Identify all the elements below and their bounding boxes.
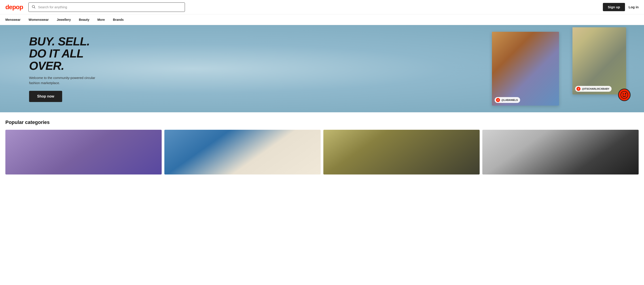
shop-now-button[interactable]: Shop now [29,91,62,102]
hero-text-block: BUY. SELL. DO IT ALL OVER. Welcome to th… [0,35,116,102]
depop-dot-icon-2: d [576,87,580,91]
nav-item-womenswear[interactable]: Womenswear [28,18,49,22]
hero-photo-2-user-tag: d @ITSCHARLIXCXBABY [575,86,612,92]
search-container [28,2,185,12]
hero-section: BUY. SELL. DO IT ALL OVER. Welcome to th… [0,25,644,112]
search-input[interactable] [28,2,185,12]
svg-line-6 [626,93,626,94]
popular-categories-section: Popular categories [0,112,644,174]
category-card-3[interactable] [323,130,480,174]
hero-images: d @LABANIELS d @ITSCHARLIXCXBABY [226,25,644,112]
hero-subtext: Welcome to the community-powered circula… [29,76,105,86]
logo[interactable]: depop [5,4,23,11]
category-card-4[interactable] [482,130,639,174]
login-button[interactable]: Log in [628,5,639,9]
header-actions: Sign up Log in [603,3,639,11]
site-header: depop Sign up Log in [0,0,644,14]
hero-photo-1-user-tag: d @LABANIELS [495,97,520,103]
nav-item-menswear[interactable]: Menswear [5,18,20,22]
category-grid [5,130,639,174]
hero-photo-2: d @ITSCHARLIXCXBABY [572,27,626,94]
depop-dot-icon: d [496,98,500,102]
main-nav: Menswear Womenswear Jewellery Beauty Mor… [0,14,644,25]
nav-item-beauty[interactable]: Beauty [79,18,90,22]
signup-button[interactable]: Sign up [603,3,625,11]
nav-item-jewellery[interactable]: Jewellery [57,18,71,22]
svg-point-3 [623,94,624,95]
nav-item-brands[interactable]: Brands [113,18,124,22]
category-card-2[interactable] [164,130,321,174]
svg-point-2 [621,91,628,98]
hero-headline: BUY. SELL. DO IT ALL OVER. [29,35,107,72]
popular-categories-title: Popular categories [5,120,639,125]
smiley-sticker [618,88,630,101]
nav-item-more[interactable]: More [97,18,105,22]
category-card-1[interactable] [5,130,162,174]
hero-photo-1: d @LABANIELS [492,32,559,106]
